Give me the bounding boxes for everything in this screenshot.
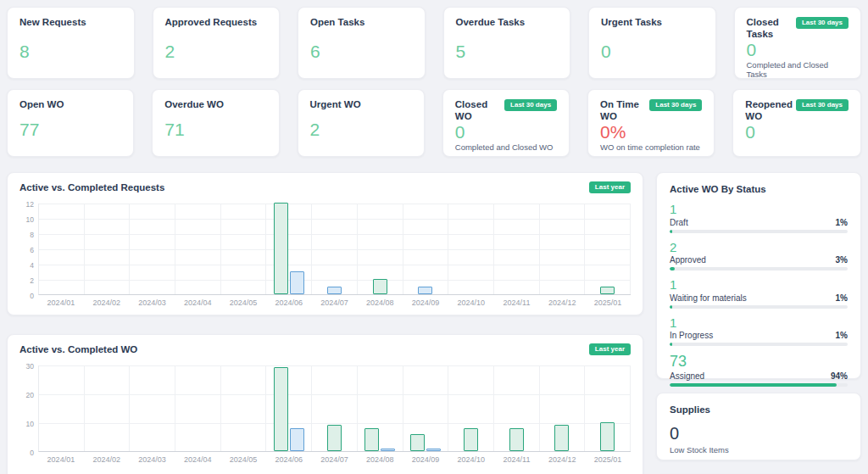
y-axis: 024681012 xyxy=(16,204,38,295)
chart-category-2024-03 xyxy=(130,365,175,451)
kpi-subtext: WO on time completion rate xyxy=(600,142,702,152)
x-axis-tick-label: 2025/01 xyxy=(585,298,631,307)
kpi-card-new-requests[interactable]: New Requests8 xyxy=(7,7,135,79)
status-label: Assigned xyxy=(670,371,704,381)
kpi-card-approved-requests[interactable]: Approved Requests2 xyxy=(153,7,281,79)
chart-category-2024-01 xyxy=(39,365,85,451)
chart-range-badge: Last year xyxy=(589,343,631,355)
bar-completed-2024-08[interactable] xyxy=(381,449,395,451)
kpi-value: 77 xyxy=(19,120,121,138)
kpi-value: 71 xyxy=(164,120,266,138)
bar-completed-2024-09[interactable] xyxy=(426,449,441,451)
kpi-card-urgent-wo[interactable]: Urgent WO2 xyxy=(298,89,425,157)
kpi-title: Urgent WO xyxy=(310,99,361,111)
chart-category-2024-04 xyxy=(175,204,221,294)
bar-completed-2024-09[interactable] xyxy=(418,287,432,294)
bar-active-2024-10[interactable] xyxy=(464,428,478,451)
chart-title: Active vs. Completed Requests xyxy=(19,182,164,192)
bar-completed-2024-06[interactable] xyxy=(290,428,304,451)
kpi-value: 5 xyxy=(456,42,559,60)
kpi-title: New Requests xyxy=(19,17,86,29)
y-axis-tick-label: 6 xyxy=(30,247,34,254)
kpi-card-open-tasks[interactable]: Open Tasks6 xyxy=(298,7,426,79)
x-axis-tick-label: 2024/03 xyxy=(130,298,175,307)
bar-active-2024-07[interactable] xyxy=(327,425,342,451)
charts-column: Active vs. Completed RequestsLast year02… xyxy=(7,172,643,474)
y-axis-tick-label: 0 xyxy=(30,293,34,300)
bar-active-2024-08[interactable] xyxy=(373,279,387,294)
chart-header: Active vs. Completed WOLast year xyxy=(16,343,631,355)
chart-body: 0246810122024/012024/022024/032024/04202… xyxy=(16,204,631,307)
status-label: In Progress xyxy=(670,331,713,340)
bar-active-2024-09[interactable] xyxy=(410,434,425,451)
x-axis-tick-label: 2024/05 xyxy=(220,298,266,307)
kpi-card-closed-wo[interactable]: Closed WOLast 30 days0Completed and Clos… xyxy=(442,89,570,157)
chart-range-badge: Last year xyxy=(589,181,631,193)
bar-active-2024-06[interactable] xyxy=(274,203,288,294)
kpi-value: 0 xyxy=(745,123,849,141)
bar-active-2025-01[interactable] xyxy=(600,287,615,294)
bar-active-2024-11[interactable] xyxy=(509,428,524,451)
status-progress-fill xyxy=(670,305,672,309)
plot-area xyxy=(38,365,631,452)
chart-category-2024-09 xyxy=(403,365,449,451)
kpi-card-header: On Time WOLast 30 days xyxy=(600,99,702,123)
x-axis-tick-label: 2024/11 xyxy=(494,455,540,464)
status-label: Waiting for materials xyxy=(670,293,747,303)
kpi-card-closed-tasks[interactable]: Closed TasksLast 30 days0Completed and C… xyxy=(734,7,862,79)
chart-category-2024-01 xyxy=(39,204,85,294)
y-axis-tick-label: 20 xyxy=(26,392,34,399)
status-item-approved[interactable]: 2Approved3% xyxy=(670,241,848,271)
chart-category-2024-09 xyxy=(403,204,449,294)
kpi-card-urgent-tasks[interactable]: Urgent Tasks0 xyxy=(588,7,716,79)
kpi-card-reopened-wo[interactable]: Reopened WOLast 30 days0 xyxy=(732,89,861,157)
kpi-card-overdue-tasks[interactable]: Overdue Tasks5 xyxy=(443,7,571,79)
kpi-card-overdue-wo[interactable]: Overdue WO71 xyxy=(152,89,279,157)
kpi-title: Closed Tasks xyxy=(747,17,793,41)
status-progress-fill xyxy=(670,267,675,270)
y-axis-tick-label: 12 xyxy=(26,201,34,209)
kpi-card-open-wo[interactable]: Open WO77 xyxy=(7,89,134,157)
chart-category-2024-08 xyxy=(358,365,403,451)
bar-active-2024-06[interactable] xyxy=(274,367,288,451)
supplies-title: Supplies xyxy=(670,404,848,415)
bar-active-2024-12[interactable] xyxy=(554,425,569,451)
chart-card-requests: Active vs. Completed RequestsLast year02… xyxy=(7,172,643,315)
status-item-assigned[interactable]: 73Assigned94% xyxy=(670,354,848,387)
kpi-subtext: Completed and Closed Tasks xyxy=(747,60,849,79)
x-axis-tick-label: 2024/03 xyxy=(130,455,175,464)
supplies-subtext: Low Stock Items xyxy=(670,445,848,454)
chart-category-2025-01 xyxy=(585,365,631,451)
status-item-waiting-for-materials[interactable]: 1Waiting for materials1% xyxy=(670,278,848,309)
bar-active-2024-08[interactable] xyxy=(364,428,379,451)
kpi-card-header: Closed WOLast 30 days xyxy=(455,99,557,123)
kpi-card-header: Open WO xyxy=(19,99,121,111)
x-axis-tick-label: 2024/06 xyxy=(266,298,312,307)
x-axis-tick-label: 2024/06 xyxy=(266,455,312,464)
bar-completed-2024-07[interactable] xyxy=(327,287,342,294)
x-axis-tick-label: 2024/02 xyxy=(84,455,130,464)
chart-category-2024-07 xyxy=(312,365,358,451)
kpi-card-on-time-wo[interactable]: On Time WOLast 30 days0%WO on time compl… xyxy=(587,89,715,157)
kpi-badge: Last 30 days xyxy=(796,99,849,111)
bar-completed-2024-06[interactable] xyxy=(290,271,304,294)
status-progress-track xyxy=(670,343,848,346)
plot-area xyxy=(38,204,631,295)
x-axis-tick-label: 2024/05 xyxy=(220,455,266,464)
x-axis-tick-label: 2024/04 xyxy=(175,455,220,464)
status-progress-fill xyxy=(670,383,837,387)
kpi-value: 2 xyxy=(165,42,268,60)
chart-category-2024-07 xyxy=(312,204,358,294)
status-label-row: Assigned94% xyxy=(670,371,848,381)
dashboard-page: New Requests8Approved Requests2Open Task… xyxy=(0,0,868,474)
supplies-value: 0 xyxy=(670,425,848,442)
status-label-row: In Progress1% xyxy=(670,331,848,340)
status-item-in-progress[interactable]: 1In Progress1% xyxy=(670,316,848,347)
chart-body: 01020302024/012024/022024/032024/042024/… xyxy=(16,365,631,464)
x-axis-tick-label: 2024/09 xyxy=(403,455,448,464)
bar-active-2025-01[interactable] xyxy=(600,422,615,451)
status-item-draft[interactable]: 1Draft1% xyxy=(670,203,848,233)
x-axis-labels: 2024/012024/022024/032024/042024/052024/… xyxy=(38,455,631,464)
x-axis-tick-label: 2024/08 xyxy=(357,455,403,464)
plot-area-wrap: 2024/012024/022024/032024/042024/052024/… xyxy=(38,365,631,464)
